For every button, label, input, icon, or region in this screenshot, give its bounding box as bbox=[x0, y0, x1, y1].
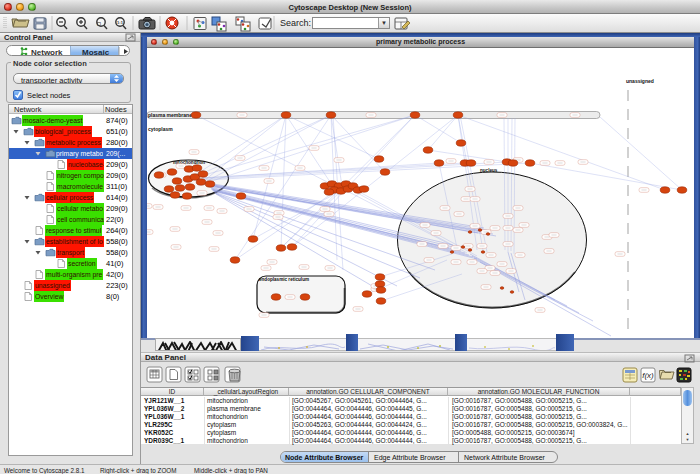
svg-text:cytoplasm: cytoplasm bbox=[148, 126, 173, 132]
svg-text:1:1: 1:1 bbox=[117, 20, 124, 25]
svg-text:plasma membrane: plasma membrane bbox=[148, 112, 192, 118]
svg-text:f(x): f(x) bbox=[642, 371, 654, 380]
svg-text:nucleus: nucleus bbox=[480, 168, 498, 173]
svg-text:endoplasmic reticulum: endoplasmic reticulum bbox=[259, 277, 309, 282]
svg-text:unassigned: unassigned bbox=[626, 78, 654, 84]
svg-text:▢: ▢ bbox=[97, 21, 101, 26]
